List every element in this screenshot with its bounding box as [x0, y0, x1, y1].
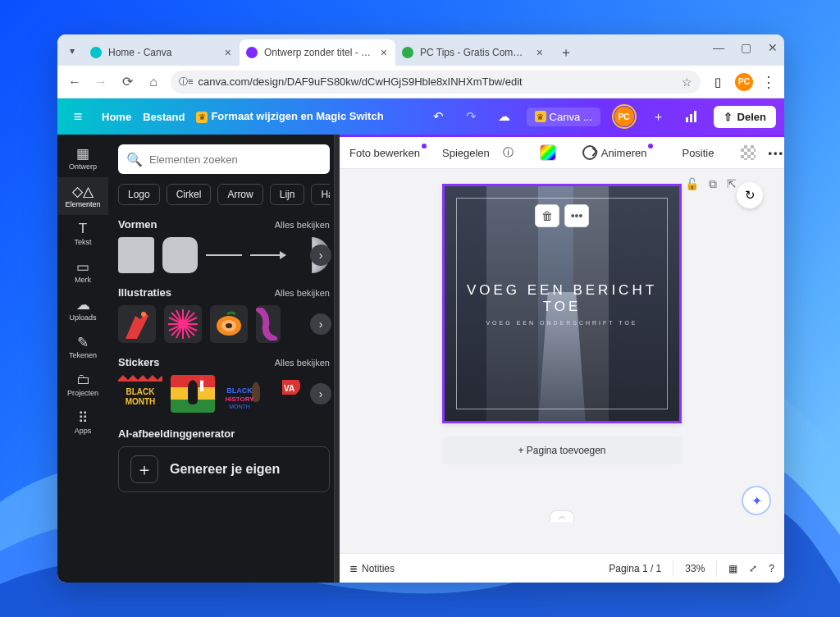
resize-magic-switch[interactable]: ♛Formaat wijzigen en Magic Switch: [196, 110, 383, 123]
help-icon[interactable]: ?: [769, 563, 774, 574]
edit-photo-button[interactable]: Foto bewerken: [349, 147, 429, 159]
analytics-icon[interactable]: [681, 106, 702, 127]
search-input[interactable]: [149, 153, 322, 166]
plus-icon: ＋: [130, 455, 158, 483]
close-icon[interactable]: ✕: [768, 41, 778, 54]
tab-search-dropdown[interactable]: ▾: [64, 43, 80, 59]
rail-text[interactable]: TTekst: [57, 215, 108, 253]
home-button[interactable]: ⌂: [144, 73, 162, 91]
shape-line[interactable]: [206, 254, 242, 256]
chip-lijn[interactable]: Lijn: [270, 184, 305, 205]
site-info-icon[interactable]: ⓘ≡: [179, 75, 193, 88]
more-illustrations-icon[interactable]: ›: [310, 313, 331, 335]
element-toolbar: 🗑 •••: [535, 204, 589, 227]
rail-projects[interactable]: 🗀Projecten: [57, 366, 108, 404]
view-all-illustrations[interactable]: Alles bekijken: [275, 288, 330, 298]
mirror-button[interactable]: Spiegelen: [442, 147, 490, 159]
tab-design[interactable]: Ontwerp zonder titel - Instagra ×: [240, 39, 395, 66]
chip-more[interactable]: Ha: [311, 184, 330, 205]
cloud-upload-icon: ☁: [76, 297, 90, 312]
chip-cirkel[interactable]: Cirkel: [167, 184, 212, 205]
add-page-button[interactable]: + Pagina toevoegen: [442, 436, 682, 464]
redo-button[interactable]: ↷: [461, 106, 482, 127]
tab-home-canva[interactable]: Home - Canva ×: [84, 39, 240, 66]
regenerate-icon[interactable]: ↻: [737, 182, 763, 208]
new-tab-button[interactable]: ＋: [555, 41, 578, 64]
chip-arrow[interactable]: Arrow: [217, 184, 262, 205]
rail-uploads[interactable]: ☁Uploads: [57, 290, 108, 328]
page-list-handle[interactable]: ︿: [550, 510, 574, 522]
canvas-stage[interactable]: 🔓 ⧉ ⇱ ↻ 🗑 ••• VOEG EEN BERICHT TOE VOEG …: [340, 169, 784, 553]
minimize-icon[interactable]: —: [713, 41, 724, 54]
subtitle-text[interactable]: VOEG EEN ONDERSCHRIFT TOE: [445, 320, 679, 326]
zoom-level[interactable]: 33%: [685, 563, 705, 574]
element-more-icon[interactable]: •••: [564, 204, 589, 227]
sticker-bhm-1[interactable]: BLACKMONTH: [118, 375, 162, 413]
illustration-hand-sign[interactable]: [118, 305, 156, 343]
share-button[interactable]: ⇧ Delen: [714, 106, 776, 128]
reader-mode-icon[interactable]: ▯: [709, 73, 727, 91]
magic-assist-button[interactable]: ✦: [742, 486, 771, 515]
shape-rounded-square[interactable]: [162, 237, 199, 273]
rail-brand[interactable]: ▭Merk: [57, 253, 108, 290]
design-page[interactable]: 🗑 ••• VOEG EEN BERICHT TOE VOEG EEN ONDE…: [442, 184, 682, 423]
color-swatch[interactable]: [540, 144, 556, 161]
tab-pctips[interactable]: PC Tips - Gratis Computer Tips. ×: [395, 39, 551, 66]
transparency-button[interactable]: [741, 145, 756, 160]
grid-view-icon[interactable]: ▦: [728, 563, 737, 574]
elements-search[interactable]: 🔍: [118, 144, 330, 174]
illustration-leg[interactable]: [256, 305, 281, 343]
add-member-button[interactable]: ＋: [648, 106, 669, 127]
rail-elements[interactable]: ◇△Elementen: [57, 177, 108, 215]
account-avatar[interactable]: PC: [612, 104, 637, 129]
close-tab-icon[interactable]: ×: [223, 46, 233, 59]
menu-icon[interactable]: ≡: [66, 104, 90, 129]
generate-own-button[interactable]: ＋ Genereer je eigen: [118, 446, 330, 492]
shape-square[interactable]: [118, 237, 154, 273]
try-pro-button[interactable]: ♛Canva ...: [527, 107, 600, 126]
more-stickers-icon[interactable]: ›: [310, 383, 331, 404]
section-title: AI-afbeeldinggenerator: [118, 427, 235, 440]
rail-design[interactable]: ▦Ontwerp: [57, 139, 108, 177]
back-button[interactable]: ←: [66, 73, 84, 91]
forward-button[interactable]: →: [92, 73, 110, 91]
view-all-shapes[interactable]: Alles bekijken: [275, 220, 330, 230]
file-menu[interactable]: Bestand: [143, 111, 185, 123]
home-link[interactable]: Home: [102, 111, 131, 123]
sticker-val[interactable]: VA: [276, 375, 300, 413]
pencil-icon: ✎: [77, 335, 89, 350]
notes-button[interactable]: ≣Notities: [349, 563, 395, 574]
close-tab-icon[interactable]: ×: [379, 46, 389, 59]
profile-avatar[interactable]: PC: [735, 73, 753, 91]
page-counter[interactable]: Pagina 1 / 1: [609, 563, 661, 574]
cloud-sync-icon[interactable]: ☁: [494, 106, 515, 127]
illustration-starburst[interactable]: [164, 305, 202, 343]
sticker-fist[interactable]: [171, 375, 215, 413]
rail-draw[interactable]: ✎Tekenen: [57, 328, 108, 366]
shape-arrow[interactable]: [250, 254, 286, 256]
undo-button[interactable]: ↶: [428, 106, 450, 127]
address-bar[interactable]: ⓘ≡ canva.com/design/DAF9uFS80kw/dCwHGjS9…: [171, 71, 701, 94]
lock-icon[interactable]: 🔓: [685, 177, 699, 191]
maximize-icon[interactable]: ▢: [741, 41, 751, 54]
reload-button[interactable]: ⟳: [118, 73, 136, 91]
illustration-papaya[interactable]: [210, 305, 248, 343]
fullscreen-icon[interactable]: ⤢: [749, 563, 757, 574]
close-tab-icon[interactable]: ×: [535, 46, 545, 59]
sticker-bhm-2[interactable]: BLACKHISTORYMONTH: [223, 375, 267, 413]
more-shapes-icon[interactable]: ›: [310, 245, 331, 266]
info-icon[interactable]: ⓘ: [503, 145, 514, 160]
chrome-menu-icon[interactable]: ⋮: [761, 73, 776, 91]
chip-logo[interactable]: Logo: [118, 184, 160, 205]
more-options-icon[interactable]: •••: [769, 147, 785, 159]
headline-text[interactable]: VOEG EEN BERICHT TOE: [445, 282, 679, 315]
view-all-stickers[interactable]: Alles bekijken: [275, 358, 330, 368]
animate-button[interactable]: Animeren: [582, 145, 656, 160]
bookmark-icon[interactable]: ☆: [682, 75, 692, 89]
rail-apps[interactable]: ⠿Apps: [57, 404, 108, 441]
ai-section-header: AI-afbeeldinggenerator: [118, 427, 330, 440]
position-button[interactable]: Positie: [682, 147, 714, 159]
delete-icon[interactable]: 🗑: [535, 204, 559, 227]
export-page-icon[interactable]: ⇱: [727, 177, 737, 191]
duplicate-page-icon[interactable]: ⧉: [709, 177, 717, 191]
